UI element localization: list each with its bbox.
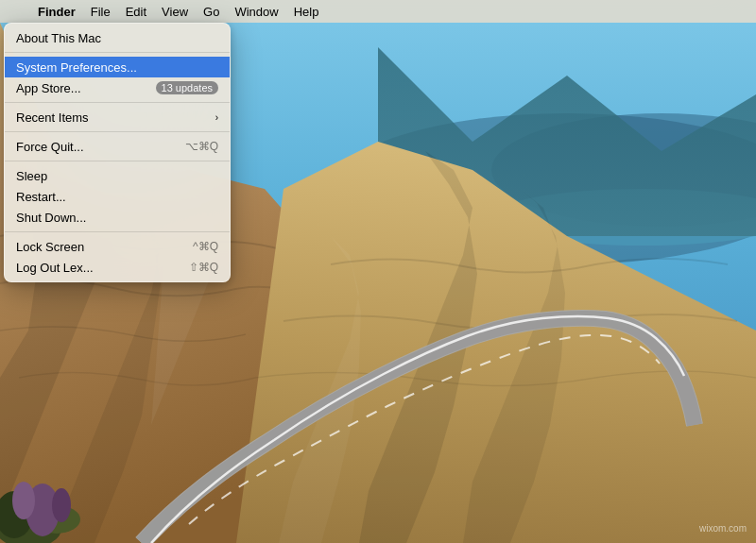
watermark: wixom.com [699,523,747,534]
menubar-file[interactable]: File [83,0,118,23]
lock-screen-shortcut: ^⌘Q [193,240,218,253]
menubar-window[interactable]: Window [227,0,285,23]
menu-separator-2 [5,102,230,103]
menu-separator-3 [5,131,230,132]
menu-sleep[interactable]: Sleep [5,165,230,186]
menu-lock-screen[interactable]: Lock Screen ^⌘Q [5,236,230,257]
menubar-finder[interactable]: Finder [30,0,83,23]
log-out-shortcut: ⇧⌘Q [189,261,218,274]
menu-separator-4 [5,161,230,161]
menubar-go[interactable]: Go [196,0,227,23]
menu-log-out[interactable]: Log Out Lex... ⇧⌘Q [5,257,230,278]
apple-menu-dropdown: About This Mac System Preferences... App… [4,23,231,282]
svg-point-18 [52,488,71,522]
menu-about-this-mac[interactable]: About This Mac [5,27,230,48]
force-quit-shortcut: ⌥⌘Q [185,140,218,153]
menubar-view[interactable]: View [154,0,196,23]
menu-system-preferences[interactable]: System Preferences... [5,57,230,77]
menubar: Finder File Edit View Go Window Help [0,0,756,23]
menubar-edit[interactable]: Edit [118,0,154,23]
svg-point-17 [12,482,35,519]
menu-recent-items[interactable]: Recent Items › [5,107,230,127]
app-store-badge: 13 updates [156,81,218,94]
menubar-help[interactable]: Help [286,0,327,23]
apple-menu-button[interactable] [8,0,26,23]
menu-separator-5 [5,231,230,232]
menu-force-quit[interactable]: Force Quit... ⌥⌘Q [5,136,230,157]
menu-app-store[interactable]: App Store... 13 updates [5,77,230,98]
menu-restart[interactable]: Restart... [5,186,230,207]
menu-separator-1 [5,52,230,53]
menu-shut-down[interactable]: Shut Down... [5,207,230,228]
recent-items-arrow: › [215,112,218,123]
